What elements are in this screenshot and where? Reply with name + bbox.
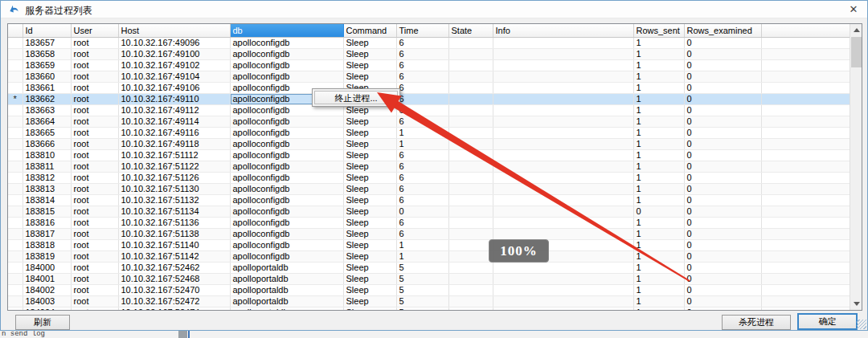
cell-state[interactable] <box>448 172 493 183</box>
process-row-183811[interactable]: 183811root10.10.32.167:51122apolloconfig… <box>8 161 851 172</box>
process-row-183658[interactable]: 183658root10.10.32.167:49100apolloconfig… <box>8 48 851 59</box>
cell-info[interactable] <box>493 172 633 183</box>
cell-time[interactable]: 6 <box>396 194 448 206</box>
cell-db[interactable]: apolloconfigdb <box>230 48 343 59</box>
cell-id[interactable]: 183814 <box>23 194 71 206</box>
vertical-scrollbar[interactable] <box>850 24 862 310</box>
cell-command[interactable]: Sleep <box>343 161 396 172</box>
cell-time[interactable]: 5 <box>396 295 448 307</box>
cell-command[interactable]: Sleep <box>343 48 396 59</box>
cell-marker[interactable] <box>8 37 23 48</box>
cell-rows_examined[interactable]: 0 <box>684 138 761 149</box>
cell-user[interactable]: root <box>71 284 118 295</box>
cell-state[interactable] <box>448 48 493 59</box>
cell-command[interactable]: Sleep <box>343 172 396 183</box>
cell-host[interactable]: 10.10.32.167:49104 <box>118 71 230 82</box>
cell-id[interactable]: 183810 <box>23 149 71 161</box>
cell-rows_examined[interactable]: 0 <box>684 116 761 127</box>
cell-time[interactable]: 6 <box>396 37 448 48</box>
cell-user[interactable]: root <box>71 262 118 273</box>
cell-state[interactable] <box>448 307 493 311</box>
cell-id[interactable]: 183657 <box>23 37 71 48</box>
cell-marker[interactable] <box>8 295 23 307</box>
cell-info[interactable] <box>493 138 633 149</box>
cell-id[interactable]: 183816 <box>23 217 71 228</box>
cell-marker[interactable] <box>8 59 23 71</box>
cell-rows_sent[interactable]: 1 <box>633 284 684 295</box>
cell-command[interactable]: Sleep <box>343 206 396 217</box>
cell-rows_examined[interactable]: 0 <box>684 149 761 161</box>
cell-rows_examined[interactable]: 0 <box>684 48 761 59</box>
cell-info[interactable] <box>493 194 633 206</box>
process-row-183657[interactable]: 183657root10.10.32.167:49096apolloconfig… <box>8 37 851 48</box>
cell-user[interactable]: root <box>71 228 118 239</box>
cell-db[interactable]: apolloconfigdb <box>230 217 343 228</box>
cell-marker[interactable] <box>8 127 23 138</box>
cell-state[interactable] <box>448 71 493 82</box>
cell-info[interactable] <box>493 273 633 284</box>
cell-info[interactable] <box>493 93 633 104</box>
cell-rows_examined[interactable]: 0 <box>684 82 761 93</box>
cell-db[interactable]: apolloconfigdb <box>230 127 343 138</box>
cell-marker[interactable] <box>8 239 23 250</box>
cell-user[interactable]: root <box>71 194 118 206</box>
cell-user[interactable]: root <box>71 307 118 311</box>
cell-host[interactable]: 10.10.32.167:49114 <box>118 116 230 127</box>
cell-time[interactable]: 1 <box>396 239 448 250</box>
cell-rows_sent[interactable]: 1 <box>633 217 684 228</box>
cell-info[interactable] <box>493 48 633 59</box>
cell-info[interactable] <box>493 116 633 127</box>
cell-state[interactable] <box>448 217 493 228</box>
process-row-183813[interactable]: 183813root10.10.32.167:51130apolloconfig… <box>8 183 851 194</box>
cell-rows_sent[interactable]: 1 <box>633 127 684 138</box>
cell-time[interactable]: 6 <box>396 93 448 104</box>
column-header-id[interactable]: Id <box>23 24 71 37</box>
cell-id[interactable]: 183817 <box>23 228 71 239</box>
column-header-command[interactable]: Command <box>343 24 396 37</box>
cell-time[interactable]: 0 <box>396 206 448 217</box>
cell-marker[interactable] <box>8 116 23 127</box>
cell-id[interactable]: 183658 <box>23 48 71 59</box>
process-row-183810[interactable]: 183810root10.10.32.167:51112apolloconfig… <box>8 149 851 161</box>
cell-time[interactable]: 6 <box>396 48 448 59</box>
cell-info[interactable] <box>493 127 633 138</box>
refresh-button[interactable]: 刷新 <box>15 315 70 330</box>
cell-rows_sent[interactable]: 1 <box>633 116 684 127</box>
cell-state[interactable] <box>448 59 493 71</box>
cell-host[interactable]: 10.10.32.167:51140 <box>118 239 230 250</box>
cell-user[interactable]: root <box>71 273 118 284</box>
cell-user[interactable]: root <box>71 206 118 217</box>
cell-state[interactable] <box>448 161 493 172</box>
cell-time[interactable]: 1 <box>396 250 448 262</box>
cell-rows_sent[interactable]: 1 <box>633 93 684 104</box>
cell-host[interactable]: 10.10.32.167:49112 <box>118 104 230 116</box>
cell-rows_sent[interactable]: 1 <box>633 161 684 172</box>
process-row-183663[interactable]: 183663root10.10.32.167:49112apolloconfig… <box>8 104 851 116</box>
cell-host[interactable]: 10.10.32.167:52474 <box>118 307 230 311</box>
cell-db[interactable]: apolloconfigdb <box>230 59 343 71</box>
cell-rows_sent[interactable]: 1 <box>633 307 684 311</box>
cell-rows_examined[interactable]: 0 <box>684 284 761 295</box>
cell-user[interactable]: root <box>71 48 118 59</box>
cell-rows_examined[interactable]: 0 <box>684 183 761 194</box>
cell-command[interactable]: Sleep <box>343 183 396 194</box>
column-header-info[interactable]: Info <box>493 24 633 37</box>
cell-state[interactable] <box>448 93 493 104</box>
cell-db[interactable]: apolloconfigdb <box>230 172 343 183</box>
process-row-183664[interactable]: 183664root10.10.32.167:49114apolloconfig… <box>8 116 851 127</box>
process-row-183659[interactable]: 183659root10.10.32.167:49102apolloconfig… <box>8 59 851 71</box>
cell-rows_examined[interactable]: 0 <box>684 206 761 217</box>
cell-user[interactable]: root <box>71 172 118 183</box>
cell-user[interactable]: root <box>71 82 118 93</box>
cell-marker[interactable] <box>8 194 23 206</box>
cell-time[interactable]: 1 <box>396 138 448 149</box>
cell-rows_sent[interactable]: 1 <box>633 250 684 262</box>
cell-time[interactable]: 6 <box>396 82 448 93</box>
column-header-user[interactable]: User <box>71 24 118 37</box>
cell-rows_examined[interactable]: 0 <box>684 262 761 273</box>
cell-rows_sent[interactable]: 1 <box>633 228 684 239</box>
cell-state[interactable] <box>448 262 493 273</box>
column-header-rows_sent[interactable]: Rows_sent <box>633 24 684 37</box>
cell-command[interactable]: Sleep <box>343 217 396 228</box>
cell-user[interactable]: root <box>71 116 118 127</box>
